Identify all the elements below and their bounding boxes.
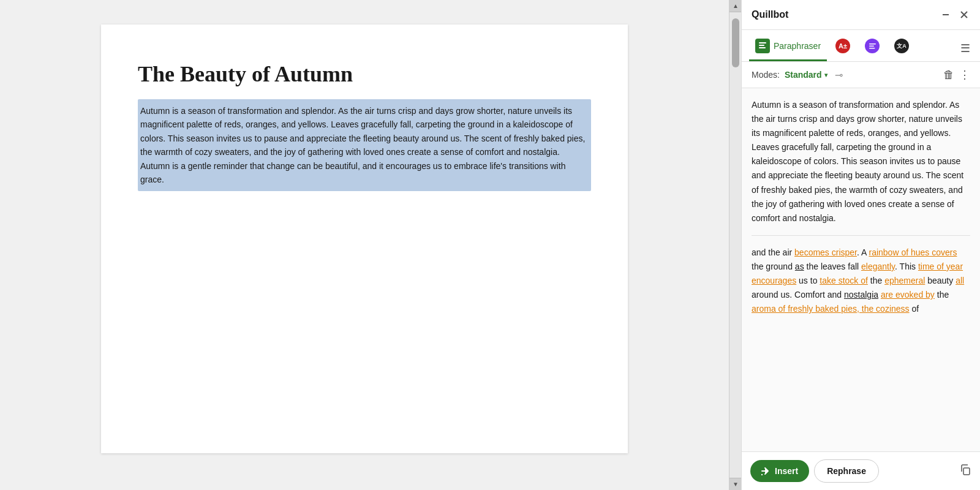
- tab-summarizer[interactable]: [859, 35, 886, 61]
- rephrase-label: Rephrase: [827, 466, 866, 476]
- rephrased-aroma: aroma of freshly baked pies, the cozines…: [752, 304, 910, 314]
- rephrased-elegantly: elegantly: [861, 262, 895, 271]
- rephrased-us-to: us to: [796, 276, 820, 285]
- svg-rect-1: [759, 45, 764, 46]
- rephrased-becomes-crisper: becomes crisper: [794, 247, 857, 257]
- insert-label: Insert: [775, 466, 798, 476]
- paraphraser-icon: [755, 39, 770, 53]
- original-text: Autumn is a season of transformation and…: [752, 100, 963, 223]
- summarizer-icon: [865, 39, 880, 53]
- mode-selector[interactable]: Standard ▾: [785, 70, 827, 80]
- panel-title: Quillbot: [752, 9, 788, 20]
- doc-page: The Beauty of Autumn Autumn is a season …: [101, 24, 628, 453]
- rephrased-text-section: and the air becomes crisper. A rainbow o…: [752, 236, 970, 316]
- svg-rect-7: [963, 468, 970, 475]
- scroll-down-arrow[interactable]: ▼: [729, 478, 741, 490]
- rephrased-a: . A: [857, 247, 869, 257]
- mode-trash-button[interactable]: 🗑: [943, 69, 954, 81]
- rephrased-all: all: [956, 276, 964, 285]
- rephrased-around: around us. Comfort and: [752, 290, 844, 300]
- copy-button[interactable]: [959, 464, 971, 479]
- rephrased-the3: the: [935, 290, 949, 300]
- tab-paraphraser[interactable]: Paraphraser: [749, 35, 827, 61]
- mode-label: Modes:: [752, 70, 780, 80]
- svg-rect-4: [869, 45, 874, 47]
- svg-rect-0: [759, 42, 766, 43]
- mode-value: Standard: [785, 70, 822, 80]
- rephrased-intro: and the air: [752, 247, 794, 257]
- toolbar: Paraphraser A± 文A ☰: [742, 30, 980, 62]
- panel-content[interactable]: Autumn is a season of transformation and…: [742, 88, 980, 451]
- rephrased-take-stock: take stock of: [820, 276, 868, 285]
- rephrased-ephemeral: ephemeral: [884, 276, 925, 285]
- rephrased-are-evoked: are evoked by: [881, 290, 935, 300]
- doc-title: The Beauty of Autumn: [138, 61, 591, 87]
- panel-header-actions: [940, 9, 970, 21]
- doc-body[interactable]: Autumn is a season of transformation and…: [138, 99, 591, 191]
- minimize-button[interactable]: [940, 9, 952, 21]
- rephrased-nostalgia: nostalgia: [844, 290, 878, 300]
- rephrased-as: as: [795, 262, 804, 271]
- rephrased-of2: of: [910, 304, 919, 314]
- rephrased-beauty: beauty: [925, 276, 956, 285]
- rephrased-the2: the: [868, 276, 884, 285]
- doc-scroll-area[interactable]: The Beauty of Autumn Autumn is a season …: [0, 0, 729, 490]
- scroll-up-arrow[interactable]: ▲: [729, 0, 741, 12]
- tab-translate[interactable]: 文A: [888, 35, 915, 61]
- rephrased-fall: the leaves fall: [804, 262, 861, 271]
- rephrase-button[interactable]: Rephrase: [814, 459, 879, 483]
- rephrased-this: . This: [895, 262, 918, 271]
- mode-row: Modes: Standard ▾ ⊸ 🗑 ⋮: [742, 62, 980, 88]
- toolbar-menu-button[interactable]: ☰: [958, 39, 973, 58]
- translate-icon: 文A: [894, 39, 909, 53]
- panel-bottom: Insert Rephrase: [742, 451, 980, 490]
- tab-grammar[interactable]: A±: [829, 35, 856, 61]
- mode-more-button[interactable]: ⋮: [959, 68, 970, 81]
- document-area: The Beauty of Autumn Autumn is a season …: [0, 0, 741, 490]
- svg-rect-3: [869, 43, 876, 45]
- svg-rect-2: [759, 47, 766, 48]
- grammar-icon: A±: [835, 39, 850, 53]
- rephrased-rainbow: rainbow of hues covers: [869, 247, 957, 257]
- quillbot-panel: Quillbot Paraphraser A±: [741, 0, 980, 490]
- insert-button[interactable]: Insert: [750, 460, 809, 482]
- close-button[interactable]: [958, 9, 970, 21]
- original-text-section: Autumn is a season of transformation and…: [752, 98, 970, 236]
- mode-link-icon: ⊸: [835, 69, 843, 81]
- svg-rect-5: [869, 48, 875, 49]
- paraphraser-label: Paraphraser: [774, 41, 821, 51]
- mode-dropdown-arrow: ▾: [824, 72, 827, 78]
- rephrased-ground: the ground: [752, 262, 795, 271]
- panel-header: Quillbot: [742, 0, 980, 30]
